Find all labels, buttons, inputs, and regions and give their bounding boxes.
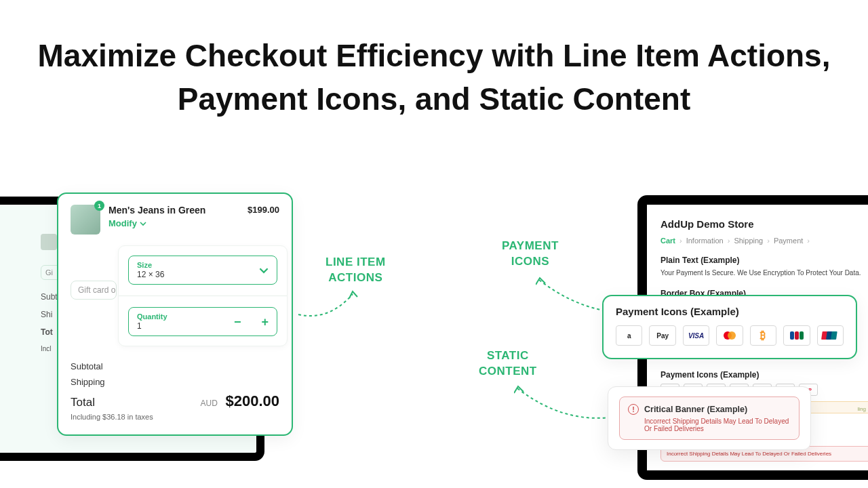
cart-card: 1 Men's Jeans in Green Modify $199.00 Gi… [57,192,293,436]
svg-rect-7 [831,331,837,340]
plain-text-body: Your Payment Is Secure. We Use Encryptio… [660,269,868,277]
quantity-stepper: Quantity 1 − + [128,307,277,336]
quantity-decrease-button[interactable]: − [234,316,241,328]
store-name: AddUp Demo Store [660,218,868,230]
visa-icon: VISA [683,325,709,346]
annotation-payment-icons: PAYMENTICONS [502,239,559,270]
product-price: $199.00 [248,205,279,215]
payment-icons-heading: Payment Icons (Example) [660,370,868,380]
breadcrumb-payment[interactable]: Payment [774,237,803,245]
product-name: Men's Jeans in Green [108,205,205,216]
arrow-icon [514,385,616,432]
chevron-down-icon [140,220,146,227]
currency-code: AUD [201,399,218,408]
variant-panel: Size 12 × 36 Quantity 1 − + [118,245,288,346]
arrow-icon [295,287,363,328]
payment-icons-card: Payment Icons (Example) a Pay VISA ₿ [602,295,857,359]
gift-card-input[interactable]: Gift card or dis [71,281,117,300]
critical-banner-title: Critical Banner (Example) [644,405,747,414]
subtotal-label: Subtotal [71,361,103,371]
breadcrumb-shipping[interactable]: Shipping [734,237,763,245]
arrow-icon [536,277,610,317]
mastercard-icon [716,325,743,346]
bitcoin-icon: ₿ [750,325,776,346]
unionpay-icon [817,325,844,346]
critical-banner-card: ! Critical Banner (Example) Incorrect Sh… [608,386,811,450]
amazon-pay-icon: a [616,325,642,346]
svg-rect-2 [790,331,794,340]
svg-rect-4 [800,331,804,340]
annotation-static-content: STATICCONTENT [479,348,537,380]
total-label: Total [71,396,95,409]
tax-note: Including $36.18 in taxes [71,413,279,421]
payment-icons-title: Payment Icons (Example) [616,306,844,317]
total-amount: $200.00 [225,392,279,409]
modify-link[interactable]: Modify [108,218,146,228]
breadcrumb-information[interactable]: Information [686,237,724,245]
quantity-increase-button[interactable]: + [261,316,269,328]
divider [119,296,287,296]
breadcrumb: Cart› Information› Shipping› Payment› [660,237,868,245]
quantity-badge: 1 [94,201,104,211]
apple-pay-icon: Pay [649,325,675,346]
alert-icon: ! [628,404,639,415]
jcb-icon [783,325,810,346]
chevron-down-icon [259,266,269,275]
svg-rect-3 [795,331,799,340]
page-title: Maximize Checkout Efficiency with Line I… [0,34,868,121]
plain-text-heading: Plain Text (Example) [660,256,868,265]
breadcrumb-cart[interactable]: Cart [660,237,675,245]
shipping-label: Shipping [71,377,105,387]
size-select[interactable]: Size 12 × 36 [128,256,277,285]
product-thumbnail: 1 [71,205,100,235]
annotation-line-item: LINE ITEMACTIONS [326,255,386,286]
svg-point-1 [728,331,736,340]
critical-banner-message: Incorrect Shipping Details May Lead To D… [644,418,791,432]
